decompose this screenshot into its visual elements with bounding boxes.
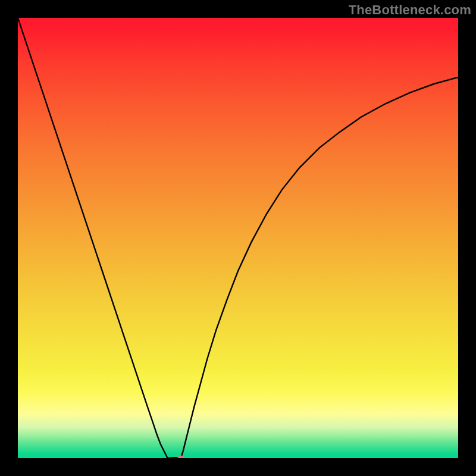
bottleneck-curve xyxy=(18,18,458,458)
plot-area xyxy=(18,18,458,458)
curve-svg xyxy=(18,18,458,458)
watermark-text: TheBottleneck.com xyxy=(349,2,471,18)
optimal-point-marker xyxy=(177,456,184,459)
chart-frame: TheBottleneck.com xyxy=(0,0,476,476)
